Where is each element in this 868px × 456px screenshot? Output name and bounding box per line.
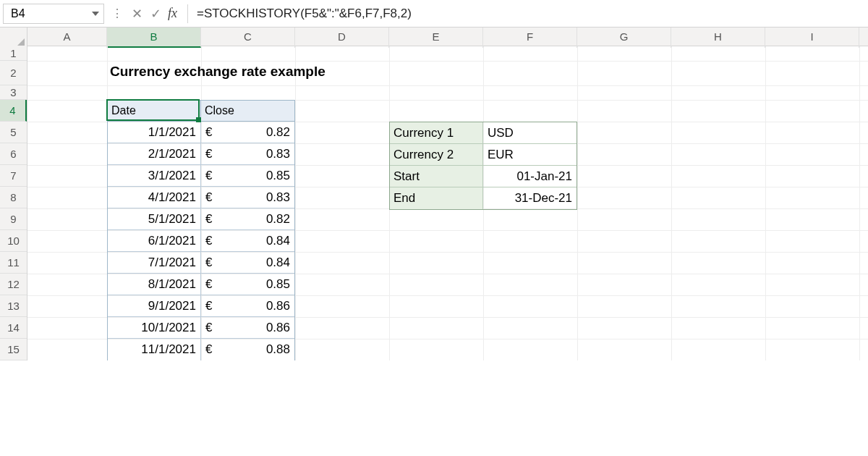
row-header-9[interactable]: 9	[0, 208, 27, 230]
cell-close[interactable]: €0.85	[201, 165, 294, 186]
select-all-corner[interactable]	[0, 28, 27, 48]
param-value[interactable]: EUR	[483, 144, 576, 165]
param-value[interactable]: USD	[483, 122, 576, 143]
name-box[interactable]: B4	[3, 4, 104, 24]
param-label[interactable]: Currency 1	[390, 122, 483, 143]
row-header-3[interactable]: 3	[0, 85, 27, 100]
param-row: Start01-Jan-21	[390, 166, 576, 187]
vertical-dots-icon: ⋮	[110, 7, 127, 20]
col-header-E[interactable]: E	[389, 28, 483, 48]
cell-close[interactable]: €0.84	[201, 230, 294, 251]
row-header-10[interactable]: 10	[0, 230, 27, 252]
header-date: Date	[108, 101, 201, 121]
col-header-B[interactable]: B	[107, 28, 201, 48]
table-row: 2/1/2021€0.83	[108, 143, 294, 165]
row-header-14[interactable]: 14	[0, 317, 27, 339]
sheet-body: 123456789101112131415 Currency exchange …	[0, 46, 868, 360]
table-header-row: Date Close	[108, 100, 294, 122]
param-value[interactable]: 01-Jan-21	[483, 166, 576, 187]
spreadsheet-area: ABCDEFGHIJ 123456789101112131415 Currenc…	[0, 28, 868, 360]
cell-close[interactable]: €0.88	[201, 339, 294, 360]
table-row: 9/1/2021€0.86	[108, 295, 294, 317]
table-row: 8/1/2021€0.85	[108, 274, 294, 295]
table-row: 6/1/2021€0.84	[108, 230, 294, 252]
table-row: 4/1/2021€0.83	[108, 187, 294, 208]
table-row: 5/1/2021€0.82	[108, 208, 294, 230]
name-box-text: B4	[11, 7, 25, 20]
col-header-A[interactable]: A	[27, 28, 107, 48]
grid-content: Currency exchange rate example Date Clos…	[27, 46, 868, 360]
param-label[interactable]: Currency 2	[390, 144, 483, 165]
cell-date[interactable]: 4/1/2021	[108, 187, 201, 208]
cell-date[interactable]: 10/1/2021	[108, 317, 201, 338]
row-header-15[interactable]: 15	[0, 339, 27, 360]
row-header-8[interactable]: 8	[0, 187, 27, 208]
row-header-6[interactable]: 6	[0, 143, 27, 165]
formula-input[interactable]	[192, 4, 868, 24]
col-header-D[interactable]: D	[295, 28, 389, 48]
row-header-5[interactable]: 5	[0, 122, 27, 143]
column-headers: ABCDEFGHIJ	[0, 28, 868, 46]
cell-date[interactable]: 3/1/2021	[108, 165, 201, 186]
divider	[187, 4, 188, 23]
table-row: 1/1/2021€0.82	[108, 122, 294, 143]
cell-close[interactable]: €0.82	[201, 208, 294, 229]
col-header-G[interactable]: G	[577, 28, 671, 48]
param-value[interactable]: 31-Dec-21	[483, 187, 576, 209]
col-header-F[interactable]: F	[483, 28, 577, 48]
row-header-7[interactable]: 7	[0, 165, 27, 187]
row-header-11[interactable]: 11	[0, 252, 27, 274]
param-row: End31-Dec-21	[390, 187, 576, 209]
col-header-C[interactable]: C	[201, 28, 295, 48]
row-headers: 123456789101112131415	[0, 46, 27, 360]
cell-date[interactable]: 1/1/2021	[108, 122, 201, 143]
col-header-I[interactable]: I	[765, 28, 859, 48]
table-row: 3/1/2021€0.85	[108, 165, 294, 187]
fx-icon[interactable]: fx	[165, 6, 183, 21]
row-header-13[interactable]: 13	[0, 295, 27, 317]
cell-close[interactable]: €0.83	[201, 187, 294, 208]
table-row: 10/1/2021€0.86	[108, 317, 294, 339]
parameters-table: Currency 1USDCurrency 2EURStart01-Jan-21…	[389, 122, 577, 210]
row-header-2[interactable]: 2	[0, 61, 27, 85]
row-header-1[interactable]: 1	[0, 46, 27, 61]
cell-date[interactable]: 6/1/2021	[108, 230, 201, 251]
cell-close[interactable]: €0.86	[201, 295, 294, 316]
table-row: 7/1/2021€0.84	[108, 252, 294, 274]
grid[interactable]: Currency exchange rate example Date Clos…	[27, 46, 868, 360]
table-row: 11/1/2021€0.88	[108, 339, 294, 360]
cell-close[interactable]: €0.84	[201, 252, 294, 273]
row-header-12[interactable]: 12	[0, 274, 27, 295]
param-label[interactable]: Start	[390, 166, 483, 187]
cancel-formula-button[interactable]: ✕	[127, 6, 146, 22]
param-row: Currency 2EUR	[390, 144, 576, 166]
chevron-down-icon[interactable]	[92, 12, 99, 16]
cell-close[interactable]: €0.85	[201, 274, 294, 295]
col-header-H[interactable]: H	[671, 28, 765, 48]
accept-formula-button[interactable]: ✓	[146, 6, 165, 22]
formula-bar: B4 ⋮ ✕ ✓ fx	[0, 0, 868, 28]
cell-date[interactable]: 9/1/2021	[108, 295, 201, 316]
cell-date[interactable]: 7/1/2021	[108, 252, 201, 273]
row-header-4[interactable]: 4	[0, 100, 27, 122]
cell-close[interactable]: €0.82	[201, 122, 294, 143]
cell-close[interactable]: €0.83	[201, 143, 294, 164]
cell-date[interactable]: 11/1/2021	[108, 339, 201, 360]
param-row: Currency 1USD	[390, 122, 576, 144]
cell-close[interactable]: €0.86	[201, 317, 294, 338]
cell-date[interactable]: 8/1/2021	[108, 274, 201, 295]
header-close: Close	[201, 101, 294, 121]
exchange-rate-table: Date Close 1/1/2021€0.822/1/2021€0.833/1…	[107, 100, 295, 360]
col-header-J[interactable]: J	[859, 28, 868, 48]
cell-date[interactable]: 2/1/2021	[108, 143, 201, 164]
sheet-title: Currency exchange rate example	[107, 64, 326, 80]
cell-date[interactable]: 5/1/2021	[108, 208, 201, 229]
param-label[interactable]: End	[390, 187, 483, 209]
